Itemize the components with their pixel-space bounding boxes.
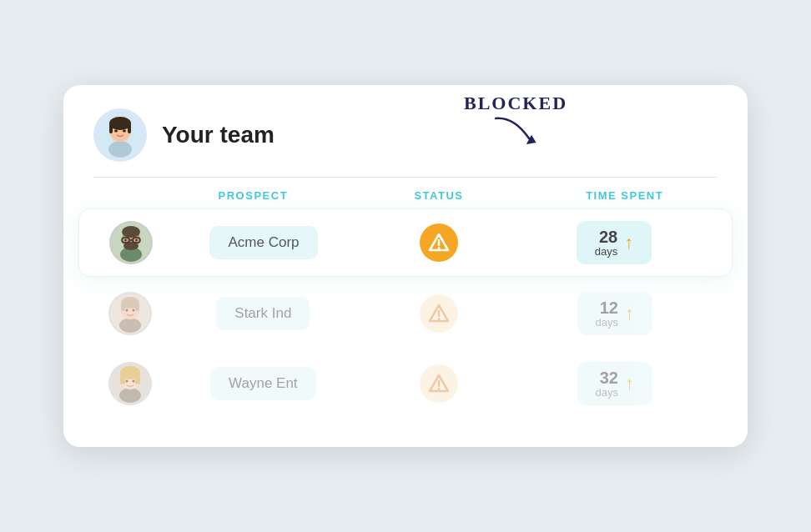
status-cell: [351, 294, 527, 333]
table-row[interactable]: Stark Ind 12 days ↑: [78, 280, 733, 347]
svg-point-13: [122, 226, 140, 238]
svg-rect-38: [135, 373, 140, 384]
header-avatar: [93, 108, 147, 162]
table-body: Acme Corp 28 days ↑: [63, 208, 748, 418]
table-row[interactable]: Acme Corp 28 days ↑: [78, 208, 733, 277]
time-number: 32: [600, 369, 618, 387]
time-badge: 28 days ↑: [577, 221, 652, 264]
svg-point-17: [124, 238, 126, 240]
prospect-badge: Acme Corp: [209, 226, 317, 259]
svg-rect-5: [128, 123, 131, 133]
time-cell: 32 days ↑: [526, 362, 703, 405]
svg-rect-4: [109, 123, 113, 133]
time-number: 12: [600, 299, 618, 317]
svg-rect-26: [121, 303, 125, 311]
status-warning-icon: [420, 364, 458, 403]
svg-point-43: [437, 388, 440, 390]
time-trend-up-icon: ↑: [625, 303, 634, 324]
svg-point-21: [438, 247, 441, 249]
svg-point-1: [108, 141, 132, 158]
col-time-header: TIME SPENT: [531, 189, 718, 202]
status-blocked-icon: [420, 223, 458, 262]
status-cell: [351, 223, 526, 262]
prospect-badge: Stark Ind: [216, 297, 310, 330]
svg-point-18: [135, 238, 137, 240]
col-status-header: STATUS: [346, 189, 532, 202]
avatar: [109, 221, 153, 264]
time-days-label: days: [595, 317, 617, 329]
status-warning-icon: [420, 294, 458, 333]
table-header: PROSPECT STATUS TIME SPENT: [63, 178, 748, 202]
time-cell: 12 days ↑: [526, 292, 703, 335]
svg-point-39: [126, 380, 128, 383]
svg-rect-27: [135, 303, 139, 311]
col-avatar-header: [93, 189, 160, 202]
svg-point-34: [119, 388, 141, 403]
svg-point-7: [123, 129, 126, 132]
time-trend-up-icon: ↑: [624, 232, 633, 253]
prospect-cell: Stark Ind: [175, 297, 351, 330]
main-card: Your team BLOCKED PROSPECT STATUS TIME S…: [63, 85, 748, 448]
prospect-badge: Wayne Ent: [210, 367, 316, 400]
blocked-arrow-icon: [489, 115, 539, 150]
prospect-cell: Acme Corp: [176, 226, 351, 259]
status-cell: [351, 364, 527, 403]
avatar: [108, 362, 152, 405]
time-cell: 28 days ↑: [526, 221, 702, 264]
page-title: Your team: [162, 122, 275, 148]
time-text: 12 days: [595, 299, 617, 329]
avatar: [108, 292, 152, 335]
col-prospect-header: PROSPECT: [160, 189, 346, 202]
svg-point-6: [114, 129, 118, 132]
time-badge: 12 days ↑: [577, 292, 652, 335]
blocked-label: BLOCKED: [464, 93, 567, 113]
time-badge: 32 days ↑: [577, 362, 652, 405]
svg-point-40: [133, 380, 135, 383]
time-trend-up-icon: ↑: [625, 373, 634, 394]
svg-point-29: [133, 309, 135, 311]
svg-point-28: [126, 309, 128, 311]
blocked-annotation: BLOCKED: [464, 93, 567, 150]
time-days-label: days: [595, 387, 617, 399]
svg-point-23: [119, 318, 141, 333]
time-text: 32 days: [595, 369, 617, 399]
prospect-cell: Wayne Ent: [175, 367, 351, 400]
svg-point-32: [437, 318, 440, 320]
svg-rect-37: [120, 373, 125, 384]
time-number: 28: [599, 228, 617, 246]
time-text: 28 days: [595, 228, 617, 258]
table-row[interactable]: Wayne Ent 32 days ↑: [78, 350, 733, 417]
card-header: Your team BLOCKED: [63, 85, 748, 162]
time-days-label: days: [595, 246, 617, 258]
